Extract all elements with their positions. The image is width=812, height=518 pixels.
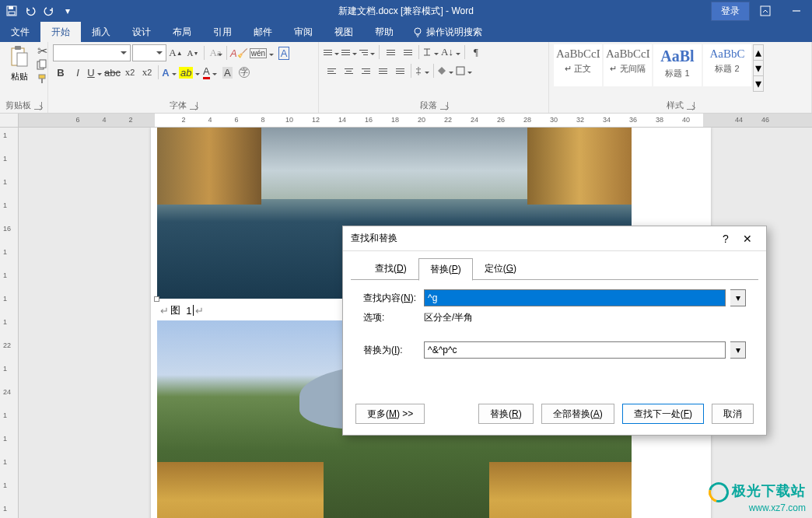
tab-replace[interactable]: 替换(P) [418, 258, 473, 281]
ruler-horizontal[interactable]: 6422468101214161820222426283032343638404… [0, 114, 812, 128]
bullets-icon[interactable] [324, 44, 340, 60]
bulb-icon [412, 26, 423, 37]
style-up-icon[interactable]: ▴ [754, 45, 763, 61]
indent-decrease-icon[interactable] [383, 44, 398, 60]
tab-find[interactable]: 查找(D) [363, 257, 418, 280]
sort-icon[interactable]: A↓ [441, 44, 461, 60]
align-justify-icon[interactable] [375, 63, 390, 79]
dialog-titlebar[interactable]: 查找和替换 ? ✕ [343, 226, 766, 251]
tab-goto[interactable]: 定位(G) [473, 257, 528, 280]
strike-icon[interactable]: abc [104, 65, 121, 80]
enclose-char-icon[interactable]: 字 [236, 65, 252, 80]
menu-view[interactable]: 视图 [324, 22, 364, 42]
text-direction-icon[interactable] [422, 44, 439, 60]
find-next-button[interactable]: 查找下一处(F) [622, 404, 704, 424]
menubar: 文件 开始 插入 设计 布局 引用 邮件 审阅 视图 帮助 操作说明搜索 [0, 22, 812, 42]
cancel-button[interactable]: 取消 [712, 404, 754, 424]
svg-rect-14 [41, 79, 43, 83]
find-replace-dialog: 查找和替换 ? ✕ 查找(D) 替换(P) 定位(G) 查找内容(N): ▾ 选… [342, 226, 767, 436]
text-effects-icon[interactable]: A [162, 65, 177, 80]
style-heading2[interactable]: AaBbC标题 2 [703, 44, 751, 86]
menu-insert[interactable]: 插入 [81, 22, 121, 42]
cut-icon[interactable]: ✂ [34, 44, 50, 57]
format-painter-icon[interactable] [34, 72, 50, 85]
highlight-icon[interactable]: ab [179, 65, 201, 80]
qat-customize-icon[interactable]: ▾ [59, 2, 76, 19]
menu-file[interactable]: 文件 [0, 22, 40, 42]
increase-font-icon[interactable]: A▲ [168, 45, 184, 61]
bold-icon[interactable]: B [53, 65, 68, 80]
styles-launcher-icon[interactable] [687, 102, 695, 110]
align-left-icon[interactable] [324, 63, 339, 79]
save-icon[interactable] [3, 2, 20, 19]
menu-help[interactable]: 帮助 [364, 22, 404, 42]
find-dropdown-icon[interactable]: ▾ [730, 289, 746, 306]
align-right-icon[interactable] [358, 63, 373, 79]
font-color-icon[interactable]: A [202, 65, 218, 80]
align-center-icon[interactable] [341, 63, 356, 79]
menu-design[interactable]: 设计 [121, 22, 162, 42]
svg-rect-1 [9, 6, 13, 9]
style-down-icon[interactable]: ▾ [754, 61, 763, 76]
menu-mail[interactable]: 邮件 [243, 22, 283, 42]
replace-dropdown-icon[interactable]: ▾ [730, 341, 746, 359]
paragraph-launcher-icon[interactable] [440, 102, 448, 110]
numbering-icon[interactable] [341, 44, 358, 60]
more-button[interactable]: 更多(M) >> [355, 404, 425, 424]
copy-icon[interactable] [34, 58, 50, 71]
replace-all-button[interactable]: 全部替换(A) [541, 404, 614, 424]
menu-home[interactable]: 开始 [40, 22, 81, 42]
watermark-icon [705, 478, 733, 506]
caption-num: 1 [186, 305, 191, 317]
style-normal[interactable]: AaBbCcD↵ 正文 [554, 44, 602, 86]
menu-review[interactable]: 审阅 [283, 22, 324, 42]
font-launcher-icon[interactable] [190, 102, 198, 110]
menu-references[interactable]: 引用 [202, 22, 243, 42]
redo-icon[interactable] [40, 2, 58, 19]
style-heading1[interactable]: AaBl标题 1 [653, 44, 702, 86]
superscript-icon[interactable]: x2 [139, 65, 155, 80]
style-nospacing[interactable]: AaBbCcD↵ 无间隔 [604, 44, 652, 86]
shading-icon[interactable] [437, 63, 454, 79]
underline-icon[interactable]: U [87, 65, 103, 80]
show-marks-icon[interactable]: ¶ [468, 44, 484, 60]
undo-icon[interactable] [22, 2, 39, 19]
svg-rect-9 [15, 46, 21, 50]
group-paragraph: A↓ ¶ ‡ 段落 [319, 42, 549, 113]
style-more-icon[interactable]: ▾ [754, 76, 763, 91]
clipboard-launcher-icon[interactable] [34, 102, 42, 110]
dialog-close-icon[interactable]: ✕ [737, 228, 758, 250]
minimize-icon[interactable] [781, 0, 812, 22]
indent-increase-icon[interactable] [400, 44, 415, 60]
subscript-icon[interactable]: x2 [122, 65, 138, 80]
char-shading-icon[interactable]: A [219, 65, 235, 80]
paste-label: 粘贴 [11, 71, 28, 82]
change-case-icon[interactable]: Aa [208, 45, 223, 61]
phonetic-guide-icon[interactable]: wén [250, 45, 275, 61]
char-border-icon[interactable]: A [276, 45, 292, 61]
svg-point-5 [415, 28, 421, 34]
style-gallery-nav[interactable]: ▴▾▾ [753, 44, 764, 92]
decrease-font-icon[interactable]: A▼ [185, 45, 201, 61]
group-styles: AaBbCcD↵ 正文 AaBbCcD↵ 无间隔 AaBl标题 1 AaBbC标… [549, 42, 812, 113]
replace-button[interactable]: 替换(R) [478, 404, 534, 424]
italic-icon[interactable]: I [70, 65, 86, 80]
line-spacing-icon[interactable]: ‡ [415, 63, 430, 79]
clear-format-icon[interactable]: A🧹 [230, 45, 248, 61]
borders-icon[interactable] [456, 63, 473, 79]
font-size-select[interactable] [132, 44, 166, 61]
paste-button[interactable] [8, 44, 31, 69]
replace-input[interactable] [424, 341, 726, 359]
multilevel-icon[interactable] [359, 44, 376, 60]
align-distribute-icon[interactable] [392, 63, 408, 79]
svg-rect-10 [17, 53, 27, 66]
tell-me-search[interactable]: 操作说明搜索 [404, 22, 490, 42]
login-button[interactable]: 登录 [711, 2, 750, 21]
dialog-help-icon[interactable]: ? [715, 228, 737, 250]
menu-layout[interactable]: 布局 [162, 22, 202, 42]
font-name-select[interactable] [53, 44, 131, 61]
document-title: 新建文档.docx [兼容模式] - Word [338, 5, 474, 18]
find-input[interactable] [424, 289, 726, 306]
ribbon-options-icon[interactable] [750, 0, 781, 22]
ruler-vertical[interactable]: 11111611112212411111 [0, 128, 19, 518]
